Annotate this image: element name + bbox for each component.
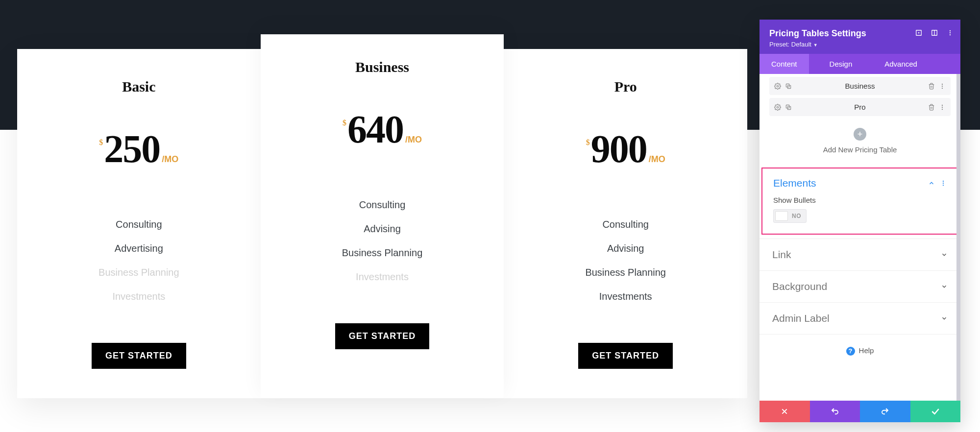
feature-item: Advising <box>518 237 733 261</box>
feature-item: Investments <box>32 285 246 309</box>
currency: $ <box>586 138 590 147</box>
period: /MO <box>649 154 665 165</box>
svg-point-19 <box>943 181 944 182</box>
chevron-down-icon <box>941 315 948 322</box>
panel-tabs: Content Design Advanced <box>760 54 960 74</box>
chevron-down-icon <box>941 283 948 290</box>
more-icon[interactable] <box>940 180 947 187</box>
section-admin-label[interactable]: Admin Label <box>760 302 960 334</box>
section-background[interactable]: Background <box>760 270 960 302</box>
settings-panel: Pricing Tables Settings Preset: Default … <box>760 20 960 422</box>
panel-header: Pricing Tables Settings Preset: Default … <box>760 20 960 54</box>
elements-header-actions <box>928 180 947 187</box>
amount: 900 <box>591 129 647 168</box>
undo-button[interactable] <box>810 401 860 422</box>
snap-icon[interactable] <box>931 29 938 36</box>
add-new-pricing-table: + Add New Pricing Table <box>760 119 960 168</box>
toggle-knob <box>775 211 788 221</box>
tab-design[interactable]: Design <box>818 54 864 74</box>
feature-item: Investments <box>518 285 733 309</box>
redo-button[interactable] <box>860 401 910 422</box>
tab-content[interactable]: Content <box>760 54 809 74</box>
price: $250/MO <box>32 129 246 168</box>
plan-title: Pro <box>518 78 733 95</box>
features-list: ConsultingAdvisingBusiness PlanningInves… <box>275 193 490 289</box>
section-link[interactable]: Link <box>760 239 960 270</box>
panel-body: BusinessPro + Add New Pricing Table Elem… <box>760 74 960 401</box>
section-admin-label-label: Admin Label <box>772 312 830 324</box>
chevron-down-icon <box>941 251 948 258</box>
get-started-button[interactable]: GET STARTED <box>92 343 186 369</box>
save-button[interactable] <box>910 401 961 422</box>
pricing-card-basic: Basic$250/MOConsultingAdvertisingBusines… <box>17 49 261 398</box>
currency: $ <box>343 119 346 127</box>
gear-icon[interactable] <box>774 104 781 111</box>
elements-section: Elements Show Bullets NO <box>761 168 958 235</box>
elements-header[interactable]: Elements <box>773 177 947 189</box>
feature-item: Consulting <box>518 213 733 237</box>
table-item-row[interactable]: Pro <box>769 98 951 116</box>
svg-point-1 <box>918 32 919 33</box>
features-list: ConsultingAdvertisingBusiness PlanningIn… <box>32 213 246 309</box>
duplicate-icon[interactable] <box>785 83 792 90</box>
scrollbar[interactable] <box>956 74 960 401</box>
pricing-tables: Basic$250/MOConsultingAdvertisingBusines… <box>17 49 747 398</box>
svg-point-20 <box>943 183 944 184</box>
table-item-label: Business <box>796 82 924 90</box>
more-icon[interactable] <box>939 83 946 90</box>
section-link-label: Link <box>772 249 791 261</box>
feature-item: Consulting <box>275 193 490 217</box>
get-started-button[interactable]: GET STARTED <box>335 323 430 349</box>
trash-icon[interactable] <box>928 104 935 111</box>
price: $640/MO <box>275 110 490 149</box>
pricing-card-pro: Pro$900/MOConsultingAdvisingBusiness Pla… <box>504 49 747 398</box>
cancel-button[interactable] <box>760 401 810 422</box>
feature-item: Investments <box>275 265 490 289</box>
more-icon[interactable] <box>939 104 946 111</box>
panel-header-actions <box>915 29 954 36</box>
add-button[interactable]: + <box>854 128 866 141</box>
trash-icon[interactable] <box>928 83 935 90</box>
pricing-card-business: Business$640/MOConsultingAdvisingBusines… <box>261 34 504 398</box>
feature-item: Consulting <box>32 213 246 237</box>
svg-point-6 <box>950 34 951 35</box>
duplicate-icon[interactable] <box>785 104 792 111</box>
svg-point-12 <box>942 87 943 88</box>
period: /MO <box>162 154 178 165</box>
feature-item: Advertising <box>32 237 246 261</box>
svg-point-16 <box>942 104 943 105</box>
expand-icon[interactable] <box>915 29 922 36</box>
feature-item: Advising <box>275 217 490 241</box>
currency: $ <box>99 138 103 147</box>
table-item-label: Pro <box>796 103 924 111</box>
add-new-label: Add New Pricing Table <box>760 145 960 154</box>
svg-point-4 <box>950 30 951 31</box>
panel-preset[interactable]: Preset: Default ▼ <box>769 41 951 48</box>
period: /MO <box>405 135 422 145</box>
gear-icon[interactable] <box>774 83 781 90</box>
toggle-state: NO <box>792 213 801 219</box>
preset-label: Preset: Default <box>769 41 811 48</box>
show-bullets-toggle[interactable]: NO <box>773 209 807 223</box>
features-list: ConsultingAdvisingBusiness PlanningInves… <box>518 213 733 309</box>
tab-advanced[interactable]: Advanced <box>873 54 929 74</box>
plan-title: Business <box>275 59 490 75</box>
help-row[interactable]: ?Help <box>760 334 960 367</box>
panel-footer <box>760 401 960 422</box>
svg-point-18 <box>942 108 943 109</box>
feature-item: Business Planning <box>518 261 733 285</box>
table-item-row[interactable]: Business <box>769 77 951 95</box>
feature-item: Business Planning <box>275 241 490 265</box>
plan-title: Basic <box>32 78 246 95</box>
section-background-label: Background <box>772 281 827 292</box>
more-icon[interactable] <box>947 29 954 36</box>
help-label: Help <box>859 346 874 355</box>
amount: 640 <box>347 110 403 149</box>
get-started-button[interactable]: GET STARTED <box>578 343 673 369</box>
svg-point-21 <box>943 185 944 186</box>
amount: 250 <box>104 129 160 168</box>
feature-item: Business Planning <box>32 261 246 285</box>
svg-point-13 <box>777 106 779 108</box>
svg-point-11 <box>942 85 943 86</box>
chevron-up-icon[interactable] <box>928 180 935 187</box>
